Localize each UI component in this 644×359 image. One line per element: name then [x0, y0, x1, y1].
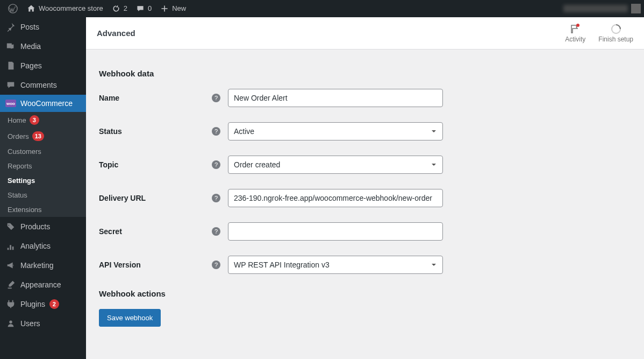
plugins-badge: 2: [49, 299, 59, 309]
delivery-url-input[interactable]: [228, 189, 443, 207]
avatar: [631, 4, 641, 13]
status-select[interactable]: Active: [228, 122, 443, 140]
submenu-extensions[interactable]: Extensions: [0, 202, 86, 217]
products-icon: [5, 221, 16, 232]
refresh-icon: [112, 4, 120, 13]
submenu-label: Status: [8, 191, 27, 199]
secret-input[interactable]: [228, 222, 443, 241]
submenu-settings[interactable]: Settings: [0, 173, 86, 188]
label-topic: Topic: [99, 160, 212, 169]
updates-link[interactable]: 2: [108, 0, 132, 17]
menu-marketing[interactable]: Marketing: [0, 256, 86, 275]
site-home-link[interactable]: Woocommerce store: [23, 0, 108, 17]
comment-icon: [136, 4, 145, 13]
menu-users[interactable]: Users: [0, 314, 86, 333]
label-status: Status: [99, 127, 212, 136]
label-secret: Secret: [99, 227, 212, 236]
row-status: Status ? Active: [99, 122, 631, 140]
row-topic: Topic ? Order created: [99, 156, 631, 174]
wordpress-icon: [8, 3, 18, 14]
menu-plugins[interactable]: Plugins 2: [0, 294, 86, 314]
page-title: Advanced: [97, 29, 135, 38]
topic-select[interactable]: Order created: [228, 156, 443, 174]
analytics-icon: [5, 241, 16, 251]
row-api-version: API Version ? WP REST API Integration v3: [99, 256, 631, 274]
submenu-reports[interactable]: Reports: [0, 159, 86, 173]
admin-sidebar: Posts Media Pages Comments woo WooCommer…: [0, 17, 86, 337]
woocommerce-submenu: Home 3 Orders 13 Customers Reports Setti…: [0, 112, 86, 217]
comment-icon: [5, 80, 16, 90]
menu-label: Plugins: [20, 300, 45, 308]
submenu-orders[interactable]: Orders 13: [0, 128, 86, 144]
submenu-label: Home: [8, 116, 26, 124]
wp-logo[interactable]: [3, 0, 23, 17]
progress-circle-icon: [611, 24, 621, 34]
label-api-version: API Version: [99, 261, 212, 269]
menu-label: Appearance: [20, 280, 61, 289]
row-secret: Secret ?: [99, 222, 631, 241]
comments-link[interactable]: 0: [132, 0, 156, 17]
media-icon: [5, 41, 16, 52]
menu-products[interactable]: Products: [0, 217, 86, 236]
updates-count: 2: [124, 0, 127, 17]
submenu-label: Orders: [8, 132, 29, 140]
section-webhook-data: Webhook data: [99, 69, 631, 78]
help-icon[interactable]: ?: [212, 94, 220, 102]
comments-count: 0: [148, 0, 152, 17]
submenu-label: Settings: [8, 177, 35, 185]
user-display-name: [563, 5, 628, 12]
menu-label: Media: [20, 42, 41, 51]
new-label: New: [172, 0, 186, 17]
pages-icon: [5, 60, 16, 71]
adminbar-account[interactable]: [563, 4, 641, 13]
page-header: Advanced Activity Finish setup: [86, 17, 644, 50]
activity-label: Activity: [565, 36, 585, 43]
menu-label: Users: [20, 319, 40, 328]
notification-dot-icon: [576, 24, 579, 27]
menu-label: Analytics: [20, 242, 51, 250]
submenu-label: Reports: [8, 162, 32, 170]
menu-label: Pages: [20, 61, 42, 70]
form-main: Webhook data Name ? Status ? Active Topi…: [86, 50, 644, 337]
finish-setup-label: Finish setup: [598, 36, 633, 43]
home-icon: [27, 4, 35, 13]
menu-label: Products: [20, 222, 50, 231]
api-version-select[interactable]: WP REST API Integration v3: [228, 256, 443, 274]
help-icon[interactable]: ?: [212, 227, 220, 236]
menu-label: Marketing: [20, 261, 53, 270]
section-webhook-actions: Webhook actions: [99, 289, 631, 298]
menu-media[interactable]: Media: [0, 37, 86, 56]
submenu-label: Extensions: [8, 206, 42, 214]
menu-posts[interactable]: Posts: [0, 17, 86, 37]
menu-woocommerce[interactable]: woo WooCommerce: [0, 95, 86, 112]
finish-setup-button[interactable]: Finish setup: [598, 24, 633, 43]
wp-admin-bar: Woocommerce store 2 0 New: [0, 0, 644, 17]
help-icon[interactable]: ?: [212, 194, 220, 202]
help-icon[interactable]: ?: [212, 261, 220, 269]
activity-button[interactable]: Activity: [565, 24, 585, 43]
megaphone-icon: [5, 260, 16, 271]
site-name: Woocommerce store: [39, 0, 103, 17]
menu-pages[interactable]: Pages: [0, 56, 86, 75]
plugin-icon: [5, 299, 16, 309]
submenu-customers[interactable]: Customers: [0, 144, 86, 159]
row-delivery-url: Delivery URL ?: [99, 189, 631, 207]
menu-label: Comments: [20, 81, 57, 89]
label-delivery-url: Delivery URL: [99, 194, 212, 202]
submenu-status[interactable]: Status: [0, 188, 86, 202]
help-icon[interactable]: ?: [212, 127, 220, 136]
menu-analytics[interactable]: Analytics: [0, 236, 86, 256]
row-name: Name ?: [99, 89, 631, 107]
menu-label: Posts: [20, 23, 39, 31]
new-content-link[interactable]: New: [156, 0, 190, 17]
menu-appearance[interactable]: Appearance: [0, 275, 86, 294]
brush-icon: [5, 279, 16, 290]
woocommerce-icon: woo: [5, 100, 16, 107]
users-icon: [5, 318, 16, 329]
name-input[interactable]: [228, 89, 443, 107]
submenu-home[interactable]: Home 3: [0, 112, 86, 128]
help-icon[interactable]: ?: [212, 160, 220, 169]
menu-comments[interactable]: Comments: [0, 75, 86, 95]
submenu-label: Customers: [8, 147, 41, 156]
save-webhook-button[interactable]: Save webhook: [99, 309, 161, 327]
